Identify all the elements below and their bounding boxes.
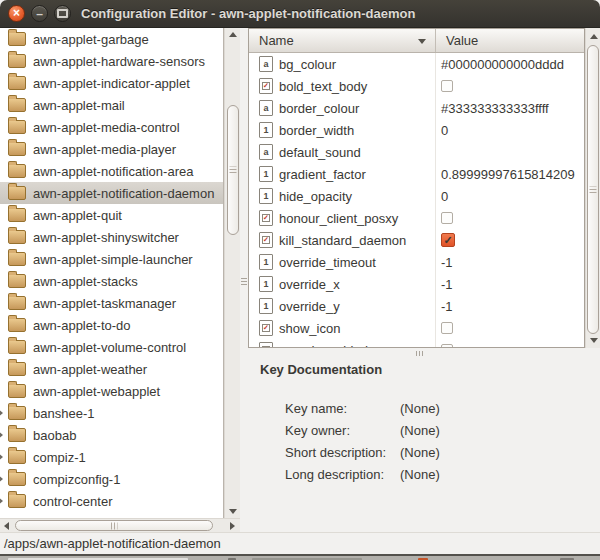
- key-row[interactable]: ✓ kill_standard_daemon ✓: [249, 229, 584, 251]
- tree-item[interactable]: awn-applet-simple-launcher: [0, 248, 223, 270]
- value-checkbox[interactable]: [441, 212, 453, 224]
- tree-item[interactable]: compiz-1: [0, 446, 223, 468]
- tree-item[interactable]: awn-applet-webapplet: [0, 380, 223, 402]
- key-row[interactable]: 1 border_width 0: [249, 119, 584, 141]
- doc-field-row: Key owner: (None): [248, 419, 600, 441]
- expander-icon[interactable]: [0, 409, 3, 417]
- scroll-up-button[interactable]: [225, 28, 241, 41]
- arrow-down-icon: [229, 509, 237, 514]
- tree-item[interactable]: awn-applet-quit: [0, 204, 223, 226]
- tree-vscroll-thumb[interactable]: [227, 105, 239, 235]
- key-row[interactable]: 1 gradient_factor 0.89999997615814209: [249, 163, 584, 185]
- tree-item-label: awn-applet-taskmanager: [33, 296, 176, 311]
- tree-item[interactable]: awn-applet-to-do: [0, 314, 223, 336]
- key-row[interactable]: 1 hide_opacity 0: [249, 185, 584, 207]
- tree-item[interactable]: awn-applet-indicator-applet: [0, 72, 223, 94]
- tree-item[interactable]: awn-applet-volume-control: [0, 336, 223, 358]
- expander-icon[interactable]: [0, 497, 3, 505]
- tree-item[interactable]: control-center: [0, 490, 223, 512]
- key-row[interactable]: ✓ honour_client_posxy: [249, 207, 584, 229]
- key-row[interactable]: a border_colour #333333333333ffff: [249, 97, 584, 119]
- tree-horizontal-scrollbar[interactable]: [0, 518, 240, 532]
- statusbar: /apps/awn-applet-notification-daemon: [0, 532, 600, 554]
- key-name-cell: ✓ show_icon: [249, 320, 436, 336]
- scroll-down-button[interactable]: [225, 505, 241, 518]
- folder-icon: [8, 472, 26, 486]
- expander-icon[interactable]: [0, 431, 3, 439]
- tree-item[interactable]: awn-applet-media-player: [0, 138, 223, 160]
- key-row[interactable]: 1 override_x -1: [249, 273, 584, 295]
- column-divider: [435, 53, 436, 348]
- scroll-up-button[interactable]: [586, 30, 600, 43]
- tree-item[interactable]: compizconfig-1: [0, 468, 223, 490]
- tree-item[interactable]: awn-applet-mail: [0, 94, 223, 116]
- key-row[interactable]: a bg_colour #000000000000dddd: [249, 53, 584, 75]
- folder-icon: [8, 494, 26, 508]
- expander-icon[interactable]: [0, 475, 3, 483]
- folder-icon: [8, 98, 26, 112]
- key-name-label: override_x: [279, 277, 340, 292]
- column-header-value[interactable]: Value: [436, 29, 584, 52]
- column-header-name-label: Name: [259, 33, 294, 48]
- table-vertical-scrollbar[interactable]: [585, 28, 600, 348]
- tree-item[interactable]: awn-applet-shinyswitcher: [0, 226, 223, 248]
- key-row[interactable]: 1 override_timeout -1: [249, 251, 584, 273]
- thumb-grip-icon: [230, 167, 237, 174]
- key-name-label: show_icon: [279, 321, 340, 336]
- tree-item[interactable]: awn-applet-weather: [0, 358, 223, 380]
- scroll-left-button[interactable]: [0, 519, 13, 533]
- bool-key-icon: ✓: [259, 232, 273, 248]
- tree-item[interactable]: awn-applet-notification-daemon: [0, 182, 223, 204]
- key-name-cell: ✓ bold_text_body: [249, 78, 436, 94]
- key-row[interactable]: ✓ sound_enabled: [249, 339, 584, 348]
- key-value-cell: [436, 212, 453, 224]
- doc-field-value: (None): [400, 445, 440, 460]
- expander-icon[interactable]: [0, 453, 3, 461]
- tree-item[interactable]: awn-applet-stacks: [0, 270, 223, 292]
- minimize-button[interactable]: –: [31, 5, 48, 22]
- key-value-cell: 0.89999997615814209: [436, 167, 575, 182]
- key-row[interactable]: ✓ bold_text_body: [249, 75, 584, 97]
- tree-item[interactable]: awn-applet-hardware-sensors: [0, 50, 223, 72]
- tree-item[interactable]: awn-applet-garbage: [0, 28, 223, 50]
- column-header-name[interactable]: Name: [249, 29, 436, 52]
- maximize-button[interactable]: [54, 5, 71, 22]
- tree-item-label: awn-applet-simple-launcher: [33, 252, 193, 267]
- bool-key-icon: ✓: [259, 210, 273, 226]
- titlebar[interactable]: × – Configuration Editor - awn-applet-no…: [0, 0, 600, 28]
- value-checkbox[interactable]: [441, 322, 453, 334]
- tree-hscroll-thumb[interactable]: [15, 520, 213, 531]
- scroll-down-button[interactable]: [586, 334, 600, 347]
- key-name-cell: a bg_colour: [249, 56, 436, 72]
- table-vscroll-thumb[interactable]: [587, 45, 599, 334]
- tree-item[interactable]: awn-applet-media-control: [0, 116, 223, 138]
- key-row[interactable]: 1 override_y -1: [249, 295, 584, 317]
- scroll-right-button[interactable]: [225, 519, 239, 533]
- key-row[interactable]: a default_sound: [249, 141, 584, 163]
- minimize-icon: –: [36, 7, 43, 21]
- key-name-label: hide_opacity: [279, 189, 352, 204]
- tree-item[interactable]: awn-applet-notification-area: [0, 160, 223, 182]
- tree-item[interactable]: banshee-1: [0, 402, 223, 424]
- key-name-label: honour_client_posxy: [279, 211, 398, 226]
- key-value-cell: 0: [436, 123, 448, 138]
- key-name-cell: 1 override_y: [249, 298, 436, 314]
- folder-icon: [8, 142, 26, 156]
- close-button[interactable]: ×: [8, 5, 25, 22]
- tree-vertical-scrollbar[interactable]: [224, 28, 240, 518]
- pane-splitter-vertical[interactable]: [240, 28, 248, 532]
- tree-item-label: compiz-1: [33, 450, 86, 465]
- pane-splitter-horizontal[interactable]: [248, 348, 600, 358]
- tree-item[interactable]: awn-applet-taskmanager: [0, 292, 223, 314]
- key-value-cell: [436, 80, 453, 92]
- folder-icon: [8, 54, 26, 68]
- key-row[interactable]: ✓ show_icon: [249, 317, 584, 339]
- value-checkbox[interactable]: ✓: [441, 233, 455, 247]
- key-name-label: border_width: [279, 123, 354, 138]
- key-value-cell: -1: [436, 255, 453, 270]
- doc-field-value: (None): [400, 467, 440, 482]
- tree-item[interactable]: baobab: [0, 424, 223, 446]
- tree-item-label: awn-applet-notification-daemon: [33, 186, 214, 201]
- value-checkbox[interactable]: [441, 80, 453, 92]
- folder-icon: [8, 274, 26, 288]
